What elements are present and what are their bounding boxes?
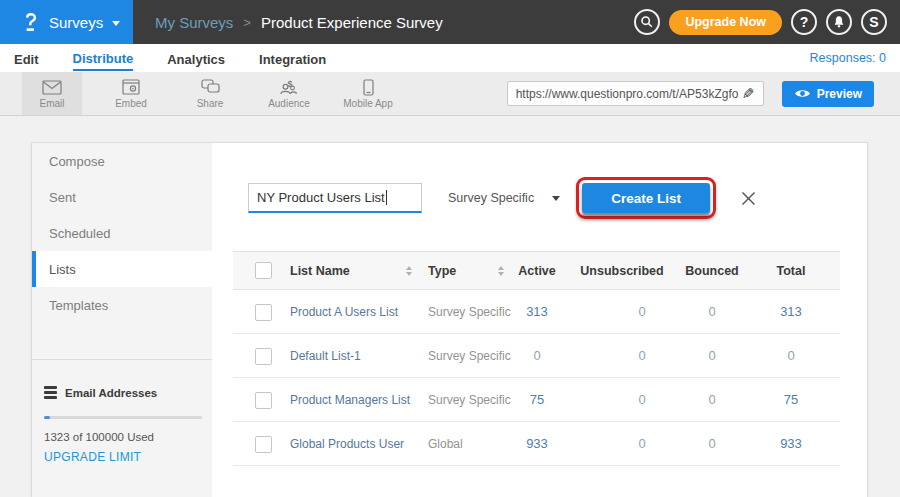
tab-analytics[interactable]: Analytics <box>167 47 225 70</box>
notifications-button[interactable] <box>826 9 852 35</box>
responses-count[interactable]: Responses: 0 <box>810 51 886 65</box>
breadcrumb: My Surveys > Product Experience Survey <box>155 14 443 31</box>
row-checkbox[interactable] <box>255 392 272 409</box>
unsubscribed-count: 0 <box>562 378 682 422</box>
bounced-count: 0 <box>682 422 742 466</box>
list-type: Global <box>420 422 512 466</box>
active-count[interactable]: 75 <box>512 378 562 422</box>
sidebar-item-compose[interactable]: Compose <box>32 143 212 179</box>
lists-content: NY Product Users List Survey Specific Cr… <box>212 143 867 497</box>
embed-icon <box>122 78 140 96</box>
col-header-unsubscribed: Unsubscribed <box>562 252 682 290</box>
row-checkbox[interactable] <box>255 304 272 321</box>
account-avatar[interactable]: S <box>861 9 887 35</box>
top-header: Surveys My Surveys > Product Experience … <box>0 0 900 44</box>
search-button[interactable] <box>634 9 660 35</box>
list-name-link[interactable]: Product A Users List <box>275 290 420 334</box>
sort-icon[interactable] <box>498 266 504 276</box>
eye-icon <box>794 88 811 99</box>
table-row: Global Products User Global 933 0 0 933 <box>233 422 840 466</box>
app-logo[interactable]: Surveys <box>0 0 133 44</box>
sidebar-item-scheduled[interactable]: Scheduled <box>32 215 212 251</box>
distribute-toolbar: Email Embed Share $ Audience Mobile App … <box>0 72 900 116</box>
total-count[interactable]: 313 <box>742 290 840 334</box>
breadcrumb-separator: > <box>243 15 251 30</box>
breadcrumb-my-surveys[interactable]: My Surveys <box>155 14 233 31</box>
toolbar-item-audience[interactable]: $ Audience <box>259 72 319 115</box>
row-checkbox[interactable] <box>255 348 272 365</box>
email-addresses-title: Email Addresses <box>65 387 157 399</box>
sidebar-item-templates[interactable]: Templates <box>32 287 212 323</box>
sidebar-item-lists[interactable]: Lists <box>32 251 212 287</box>
create-list-button[interactable]: Create List <box>582 183 710 213</box>
list-type: Survey Specific <box>420 378 512 422</box>
unsubscribed-count: 0 <box>562 422 682 466</box>
share-icon <box>201 78 220 96</box>
mobile-app-icon <box>363 78 374 96</box>
unsubscribed-count: 0 <box>562 334 682 378</box>
list-name-link[interactable]: Default List-1 <box>275 334 420 378</box>
bounced-count: 0 <box>682 378 742 422</box>
toolbar-item-embed[interactable]: Embed <box>101 72 161 115</box>
row-checkbox[interactable] <box>255 436 272 453</box>
search-icon <box>640 15 654 29</box>
table-row: Product Managers List Survey Specific 75… <box>233 378 840 422</box>
lists-panel: Compose Sent Scheduled Lists Templates E… <box>31 142 868 497</box>
list-type-select[interactable]: Survey Specific <box>448 191 560 205</box>
survey-url-input[interactable]: https://www.questionpro.com/t/AP53kZgfo … <box>507 81 764 106</box>
audience-icon: $ <box>279 78 299 96</box>
email-sidebar: Compose Sent Scheduled Lists Templates E… <box>32 143 212 497</box>
col-header-total: Total <box>742 252 840 290</box>
total-count[interactable]: 933 <box>742 422 840 466</box>
list-name-link[interactable]: Global Products User <box>275 422 420 466</box>
close-icon[interactable] <box>741 191 756 206</box>
total-count[interactable]: 0 <box>742 334 840 378</box>
help-button[interactable]: ? <box>791 9 817 35</box>
col-header-active: Active <box>512 252 562 290</box>
col-header-bounced: Bounced <box>682 252 742 290</box>
questionpro-logo-icon <box>21 13 40 32</box>
sort-icon[interactable] <box>406 266 412 276</box>
select-all-checkbox[interactable] <box>255 262 272 279</box>
upgrade-now-button[interactable]: Upgrade Now <box>669 10 782 35</box>
bounced-count: 0 <box>682 290 742 334</box>
survey-nav: Edit Distribute Analytics Integration Re… <box>0 44 900 72</box>
list-type: Survey Specific <box>420 334 512 378</box>
list-name-link[interactable]: Product Managers List <box>275 378 420 422</box>
edit-url-icon[interactable]: ✎ <box>742 85 755 103</box>
new-list-name-input[interactable]: NY Product Users List <box>248 183 422 213</box>
toolbar-item-share[interactable]: Share <box>180 72 240 115</box>
upgrade-limit-link[interactable]: UPGRADE LIMIT <box>44 450 202 464</box>
chevron-down-icon <box>112 21 120 26</box>
page-background: Compose Sent Scheduled Lists Templates E… <box>0 116 900 497</box>
active-count[interactable]: 0 <box>512 334 562 378</box>
email-icon <box>42 78 62 96</box>
table-row: Default List-1 Survey Specific 0 0 0 0 <box>233 334 840 378</box>
tab-distribute[interactable]: Distribute <box>73 46 134 71</box>
toolbar-item-mobile-app[interactable]: Mobile App <box>338 72 398 115</box>
col-header-type[interactable]: Type <box>428 264 456 278</box>
toolbar-item-email[interactable]: Email <box>22 72 82 115</box>
active-count[interactable]: 933 <box>512 422 562 466</box>
product-name: Surveys <box>49 14 103 31</box>
bell-icon <box>832 15 846 29</box>
total-count[interactable]: 75 <box>742 378 840 422</box>
page-title: Product Experience Survey <box>261 14 443 31</box>
usage-text: 1323 of 100000 Used <box>44 431 202 443</box>
col-header-list-name[interactable]: List Name <box>290 264 350 278</box>
email-addresses-icon <box>44 386 57 399</box>
preview-button[interactable]: Preview <box>782 81 874 107</box>
text-cursor <box>386 190 387 205</box>
table-row: Product A Users List Survey Specific 313… <box>233 290 840 334</box>
active-count[interactable]: 313 <box>512 290 562 334</box>
sidebar-item-sent[interactable]: Sent <box>32 179 212 215</box>
annotation-highlight-ring: Create List <box>576 177 716 219</box>
tab-edit[interactable]: Edit <box>14 47 39 70</box>
bounced-count: 0 <box>682 334 742 378</box>
usage-progress-bar <box>44 416 202 419</box>
chevron-down-icon <box>552 196 560 201</box>
unsubscribed-count: 0 <box>562 290 682 334</box>
tab-integration[interactable]: Integration <box>259 47 326 70</box>
list-type: Survey Specific <box>420 290 512 334</box>
lists-table: List Name Type Active Unsubscribed Bounc… <box>233 251 840 466</box>
